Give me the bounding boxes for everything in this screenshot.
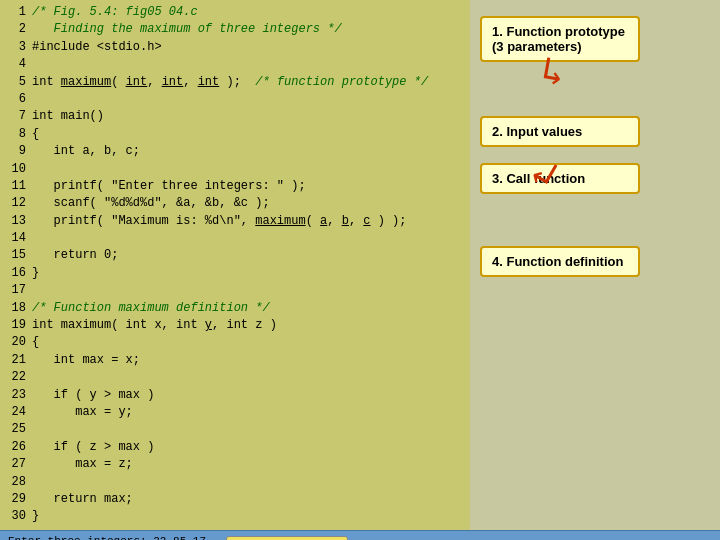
code-text: } [32, 265, 464, 282]
line-num: 20 [6, 334, 26, 351]
line-num: 10 [6, 161, 26, 178]
code-line-12: 12 scanf( "%d%d%d", &a, &b, &c ); [6, 195, 464, 212]
annotation-label-4: 4. Function definition [492, 254, 623, 269]
line-num: 28 [6, 474, 26, 491]
line-num: 4 [6, 56, 26, 73]
code-line-15: 15 return 0; [6, 247, 464, 264]
line-num: 11 [6, 178, 26, 195]
code-line-2: 2 Finding the maximum of three integers … [6, 21, 464, 38]
line-num: 2 [6, 21, 26, 38]
code-text [32, 474, 464, 491]
line-num: 22 [6, 369, 26, 386]
code-line-14: 14 [6, 230, 464, 247]
code-line-18: 18 /* Function maximum definition */ [6, 300, 464, 317]
code-text: int main() [32, 108, 464, 125]
line-num: 14 [6, 230, 26, 247]
code-text: if ( z > max ) [32, 439, 464, 456]
code-text: /* Function maximum definition */ [32, 300, 464, 317]
output-text-area: Enter three integers: 22 85 17 Maximum i… [8, 535, 206, 540]
code-line-7: 7 int main() [6, 108, 464, 125]
code-line-13: 13 printf( "Maximum is: %d\n", maximum( … [6, 213, 464, 230]
line-num: 21 [6, 352, 26, 369]
code-line-17: 17 [6, 282, 464, 299]
line-num: 7 [6, 108, 26, 125]
line-num: 29 [6, 491, 26, 508]
code-text: Finding the maximum of three integers */ [32, 21, 464, 38]
code-line-4: 4 [6, 56, 464, 73]
line-num: 25 [6, 421, 26, 438]
line-num: 6 [6, 91, 26, 108]
annotation-label-2: 2. Input values [492, 124, 582, 139]
line-num: 8 [6, 126, 26, 143]
line-num: 23 [6, 387, 26, 404]
code-text: max = z; [32, 456, 464, 473]
code-line-30: 30 } [6, 508, 464, 525]
line-num: 13 [6, 213, 26, 230]
code-line-1: 1 /* Fig. 5.4: fig05 04.c [6, 4, 464, 21]
code-panel: 1 /* Fig. 5.4: fig05 04.c 2 Finding the … [0, 0, 470, 530]
code-line-21: 21 int max = x; [6, 352, 464, 369]
output-label: Program Output [226, 536, 348, 540]
code-line-28: 28 [6, 474, 464, 491]
line-num: 15 [6, 247, 26, 264]
code-text: printf( "Maximum is: %d\n", maximum( a, … [32, 213, 464, 230]
code-text [32, 161, 464, 178]
code-line-3: 3 #include <stdio.h> [6, 39, 464, 56]
arrow-1-2: ↳ [538, 54, 712, 121]
code-text [32, 369, 464, 386]
code-text: #include <stdio.h> [32, 39, 464, 56]
code-line-10: 10 [6, 161, 464, 178]
code-line-25: 25 [6, 421, 464, 438]
code-line-24: 24 max = y; [6, 404, 464, 421]
annotation-panel: 1. Function prototype(3 parameters) ↳ 2.… [470, 0, 720, 530]
line-num: 26 [6, 439, 26, 456]
annotation-box-4: 4. Function definition [480, 246, 640, 277]
code-text: return 0; [32, 247, 464, 264]
code-text: { [32, 126, 464, 143]
annotation-1-wrapper: 1. Function prototype(3 parameters) [480, 16, 710, 62]
code-text [32, 91, 464, 108]
code-text [32, 56, 464, 73]
annotation-box-2: 2. Input values [480, 116, 640, 147]
annotation-2-wrapper: 2. Input values [480, 116, 710, 147]
code-line-29: 29 return max; [6, 491, 464, 508]
code-line-19: 19 int maximum( int x, int y, int z ) [6, 317, 464, 334]
code-text [32, 282, 464, 299]
code-line-22: 22 [6, 369, 464, 386]
code-text: { [32, 334, 464, 351]
code-line-5: 5 int maximum( int, int, int ); /* funct… [6, 74, 464, 91]
line-num: 9 [6, 143, 26, 160]
code-line-20: 20 { [6, 334, 464, 351]
code-text [32, 421, 464, 438]
code-text: return max; [32, 491, 464, 508]
code-text: int maximum( int x, int y, int z ) [32, 317, 464, 334]
code-text: } [32, 508, 464, 525]
code-line-26: 26 if ( z > max ) [6, 439, 464, 456]
code-text [32, 230, 464, 247]
main-container: 1 /* Fig. 5.4: fig05 04.c 2 Finding the … [0, 0, 720, 530]
line-num: 16 [6, 265, 26, 282]
code-line-16: 16 } [6, 265, 464, 282]
code-text: int maximum( int, int, int ); /* functio… [32, 74, 464, 91]
line-num: 24 [6, 404, 26, 421]
line-num: 1 [6, 4, 26, 21]
line-num: 18 [6, 300, 26, 317]
line-num: 30 [6, 508, 26, 525]
code-text: scanf( "%d%d%d", &a, &b, &c ); [32, 195, 464, 212]
code-line-6: 6 [6, 91, 464, 108]
code-line-9: 9 int a, b, c; [6, 143, 464, 160]
line-num: 5 [6, 74, 26, 91]
code-text: printf( "Enter three integers: " ); [32, 178, 464, 195]
code-line-8: 8 { [6, 126, 464, 143]
line-num: 12 [6, 195, 26, 212]
line-num: 3 [6, 39, 26, 56]
line-num: 17 [6, 282, 26, 299]
code-text: max = y; [32, 404, 464, 421]
code-line-11: 11 printf( "Enter three integers: " ); [6, 178, 464, 195]
code-text: int max = x; [32, 352, 464, 369]
line-num: 27 [6, 456, 26, 473]
annotation-label-1: 1. Function prototype(3 parameters) [492, 24, 625, 54]
code-text: if ( y > max ) [32, 387, 464, 404]
code-line-27: 27 max = z; [6, 456, 464, 473]
code-line-23: 23 if ( y > max ) [6, 387, 464, 404]
